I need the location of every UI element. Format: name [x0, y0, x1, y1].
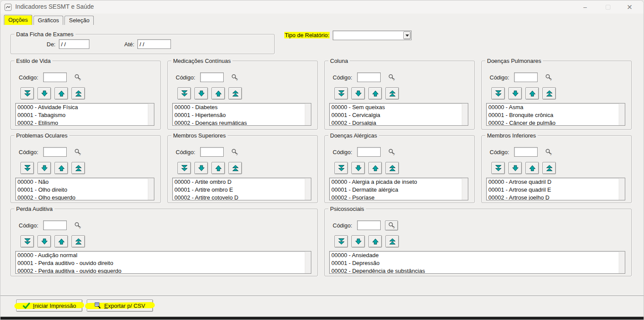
move-up-button[interactable]: [55, 87, 68, 100]
move-down-button[interactable]: [351, 162, 365, 174]
codigo-input[interactable]: [357, 72, 381, 82]
move-all-up-button[interactable]: [72, 162, 85, 174]
move-down-button[interactable]: [508, 162, 522, 174]
export-csv-button[interactable]: Exportar p/ CSV: [87, 299, 153, 312]
list-item[interactable]: 00000 - Diabetes: [173, 103, 311, 111]
date-to-input[interactable]: [137, 39, 171, 49]
list-item[interactable]: 00002 - Perda auditiva - ouvido esquerdo: [16, 267, 311, 274]
search-button[interactable]: [385, 72, 398, 83]
move-up-button[interactable]: [525, 162, 539, 174]
list-item[interactable]: 00000 - Alergia a picada de inseto: [330, 178, 468, 186]
move-down-button[interactable]: [194, 162, 208, 174]
codigo-input[interactable]: [200, 72, 224, 82]
search-button[interactable]: [385, 220, 398, 231]
move-all-down-button[interactable]: [20, 235, 34, 248]
list-item[interactable]: 00002 - Artrose joelho D: [487, 194, 625, 200]
move-up-button[interactable]: [55, 235, 68, 248]
codigo-input[interactable]: [43, 147, 67, 157]
move-up-button[interactable]: [368, 235, 382, 248]
move-all-down-button[interactable]: [20, 87, 34, 100]
codigo-input[interactable]: [43, 72, 67, 82]
list-item[interactable]: 00000 - Não: [16, 178, 154, 186]
codigo-input[interactable]: [200, 147, 224, 157]
codigo-input[interactable]: [357, 220, 381, 230]
move-down-button[interactable]: [37, 87, 51, 100]
list-item[interactable]: 00000 - Asma: [487, 103, 625, 111]
move-all-up-button[interactable]: [72, 235, 85, 248]
list-item[interactable]: 00002 - Dorsalgia: [330, 119, 468, 126]
move-all-down-button[interactable]: [334, 87, 348, 100]
category-listbox[interactable]: 00000 - Sem queixas00001 - Cervicalgia00…: [329, 103, 468, 126]
category-listbox[interactable]: 00000 - Audição normal00001 - Perda audi…: [15, 251, 311, 274]
list-item[interactable]: 00002 - Olho esquerdo: [16, 194, 154, 200]
search-button[interactable]: [71, 220, 84, 231]
search-button[interactable]: [228, 147, 241, 157]
tab-opcoes[interactable]: Opções: [4, 15, 32, 25]
move-up-button[interactable]: [211, 162, 225, 174]
search-button[interactable]: [385, 147, 398, 157]
list-item[interactable]: 00001 - Olho direito: [16, 186, 154, 194]
category-listbox[interactable]: 00000 - Atividade Física00001 - Tabagism…: [15, 103, 154, 126]
list-item[interactable]: 00002 - Câncer de pulmão: [487, 119, 625, 126]
move-up-button[interactable]: [211, 87, 225, 100]
category-listbox[interactable]: 00000 - Asma00001 - Bronquite crônica000…: [486, 103, 625, 126]
search-button[interactable]: [71, 72, 84, 83]
start-print-button[interactable]: Iniciar Impressão: [16, 299, 82, 312]
list-item[interactable]: 00002 - Artitre cotovelo D: [173, 194, 311, 200]
list-item[interactable]: 00000 - Sem queixas: [330, 103, 468, 111]
move-all-down-button[interactable]: [334, 235, 348, 248]
move-all-up-button[interactable]: [72, 87, 85, 100]
list-item[interactable]: 00000 - Atividade Física: [16, 103, 154, 111]
search-button[interactable]: [542, 72, 555, 83]
move-all-down-button[interactable]: [491, 162, 505, 174]
list-item[interactable]: 00002 - Etilismo: [16, 119, 154, 126]
move-down-button[interactable]: [37, 162, 51, 174]
category-listbox[interactable]: 00000 - Diabetes00001 - Hipertensão00002…: [172, 103, 311, 126]
list-item[interactable]: 00000 - Ansiedade: [330, 251, 625, 259]
list-item[interactable]: 00001 - Perda auditivo - ouvido direito: [16, 259, 311, 267]
list-item[interactable]: 00001 - Artitre ombro E: [173, 186, 311, 194]
move-all-up-button[interactable]: [228, 162, 242, 174]
list-item[interactable]: 00001 - Cervicalgia: [330, 111, 468, 119]
search-button[interactable]: [228, 72, 241, 83]
list-item[interactable]: 00001 - Bronquite crônica: [487, 111, 625, 119]
tab-graficos[interactable]: Gráficos: [34, 16, 63, 25]
move-all-down-button[interactable]: [177, 162, 191, 174]
move-up-button[interactable]: [368, 87, 382, 100]
move-down-button[interactable]: [508, 87, 522, 100]
codigo-input[interactable]: [43, 220, 67, 230]
list-item[interactable]: 00002 - Doenças reumáticas: [173, 119, 311, 126]
move-up-button[interactable]: [55, 162, 68, 174]
move-all-up-button[interactable]: [542, 162, 556, 174]
list-item[interactable]: 00000 - Audição normal: [16, 251, 311, 259]
move-all-up-button[interactable]: [228, 87, 242, 100]
list-item[interactable]: 00001 - Depressão: [330, 259, 625, 267]
move-all-up-button[interactable]: [385, 162, 399, 174]
tab-selecao[interactable]: Seleção: [65, 16, 94, 25]
category-listbox[interactable]: 00000 - Não00001 - Olho direito00002 - O…: [15, 178, 154, 200]
move-all-up-button[interactable]: [385, 87, 399, 100]
move-all-down-button[interactable]: [491, 87, 505, 100]
category-listbox[interactable]: 00000 - Artite ombro D00001 - Artitre om…: [172, 178, 311, 200]
move-down-button[interactable]: [37, 235, 51, 248]
list-item[interactable]: 00000 - Artrose quadril D: [487, 178, 625, 186]
report-type-dropdown-button[interactable]: [403, 31, 411, 39]
codigo-input[interactable]: [357, 147, 381, 157]
codigo-input[interactable]: [514, 147, 538, 157]
search-button[interactable]: [542, 147, 555, 157]
close-button[interactable]: ✕: [620, 0, 640, 14]
move-all-down-button[interactable]: [177, 87, 191, 100]
move-all-up-button[interactable]: [385, 235, 399, 248]
list-item[interactable]: 00001 - Artrose quadril E: [487, 186, 625, 194]
list-item[interactable]: 00002 - Dependência de substâncias: [330, 267, 625, 274]
move-all-down-button[interactable]: [20, 162, 34, 174]
move-all-down-button[interactable]: [334, 162, 348, 174]
move-up-button[interactable]: [525, 87, 539, 100]
search-button[interactable]: [71, 147, 84, 157]
date-from-input[interactable]: [59, 39, 89, 49]
category-listbox[interactable]: 00000 - Artrose quadril D00001 - Artrose…: [486, 178, 625, 200]
minimize-button[interactable]: –: [575, 0, 595, 14]
move-down-button[interactable]: [194, 87, 208, 100]
report-type-select[interactable]: [333, 31, 412, 40]
list-item[interactable]: 00001 - Dermatite alérgica: [330, 186, 468, 194]
